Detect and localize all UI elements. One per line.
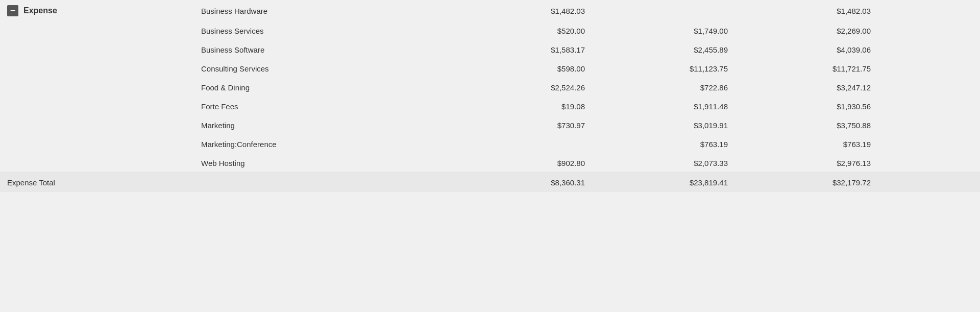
- category-cell: Marketing: [194, 116, 449, 135]
- table-row: Marketing $730.97 $3,019.91 $3,750.88: [0, 116, 980, 135]
- label-spacer: [0, 97, 194, 116]
- table-row: Marketing:Conference $763.19 $763.19: [0, 135, 980, 154]
- label-spacer: [0, 154, 194, 173]
- amount-col3: $3,247.12: [735, 78, 878, 97]
- category-cell: Business Hardware: [194, 0, 449, 21]
- amount-col2: $1,911.48: [592, 97, 735, 116]
- spacer-cell: [878, 21, 980, 40]
- spacer-cell: [878, 0, 980, 21]
- amount-col2: $3,019.91: [592, 116, 735, 135]
- expense-header-row: − Expense Business Hardware $1,482.03 $1…: [0, 0, 980, 21]
- amount-col3: $1,482.03: [735, 0, 878, 21]
- total-row: Expense Total $8,360.31 $23,819.41 $32,1…: [0, 173, 980, 193]
- spacer-cell: [878, 116, 980, 135]
- table-row: Business Services $520.00 $1,749.00 $2,2…: [0, 21, 980, 40]
- table-row: Web Hosting $902.80 $2,073.33 $2,976.13: [0, 154, 980, 173]
- expense-label: − Expense: [0, 0, 194, 21]
- amount-col2: $1,749.00: [592, 21, 735, 40]
- amount-col1: $598.00: [449, 59, 592, 78]
- category-cell: Business Software: [194, 40, 449, 59]
- label-spacer: [0, 78, 194, 97]
- label-spacer: [0, 59, 194, 78]
- spacer-cell: [878, 59, 980, 78]
- amount-col1: $730.97: [449, 116, 592, 135]
- amount-col1: $2,524.26: [449, 78, 592, 97]
- amount-col3: $2,269.00: [735, 21, 878, 40]
- expense-table: − Expense Business Hardware $1,482.03 $1…: [0, 0, 980, 192]
- amount-col1: $1,482.03: [449, 0, 592, 21]
- amount-col1: $1,583.17: [449, 40, 592, 59]
- spacer-cell: [878, 40, 980, 59]
- label-spacer: [0, 116, 194, 135]
- table-container: − Expense Business Hardware $1,482.03 $1…: [0, 0, 980, 312]
- expense-label-text: Expense: [23, 6, 57, 15]
- amount-col3: $3,750.88: [735, 116, 878, 135]
- amount-col1: $902.80: [449, 154, 592, 173]
- category-cell: Forte Fees: [194, 97, 449, 116]
- table-row: Consulting Services $598.00 $11,123.75 $…: [0, 59, 980, 78]
- amount-col2: $2,455.89: [592, 40, 735, 59]
- amount-col2: $11,123.75: [592, 59, 735, 78]
- spacer-cell: [878, 97, 980, 116]
- amount-col3: $763.19: [735, 135, 878, 154]
- amount-col3: $4,039.06: [735, 40, 878, 59]
- amount-col3: $1,930.56: [735, 97, 878, 116]
- spacer-cell: [878, 135, 980, 154]
- spacer-cell: [878, 78, 980, 97]
- total-col3: $32,179.72: [735, 173, 878, 193]
- collapse-icon[interactable]: −: [7, 5, 18, 16]
- table-row: Business Software $1,583.17 $2,455.89 $4…: [0, 40, 980, 59]
- total-label: Expense Total: [0, 173, 449, 193]
- category-cell: Food & Dining: [194, 78, 449, 97]
- label-spacer: [0, 21, 194, 40]
- amount-col1: $19.08: [449, 97, 592, 116]
- spacer-cell: [878, 173, 980, 193]
- amount-col1: $520.00: [449, 21, 592, 40]
- amount-col2: $763.19: [592, 135, 735, 154]
- amount-col3: $11,721.75: [735, 59, 878, 78]
- table-row: Food & Dining $2,524.26 $722.86 $3,247.1…: [0, 78, 980, 97]
- category-cell: Web Hosting: [194, 154, 449, 173]
- total-col1: $8,360.31: [449, 173, 592, 193]
- category-cell: Consulting Services: [194, 59, 449, 78]
- total-col2: $23,819.41: [592, 173, 735, 193]
- amount-col2: [592, 0, 735, 21]
- category-cell: Marketing:Conference: [194, 135, 449, 154]
- amount-col2: $2,073.33: [592, 154, 735, 173]
- amount-col2: $722.86: [592, 78, 735, 97]
- table-row: Forte Fees $19.08 $1,911.48 $1,930.56: [0, 97, 980, 116]
- label-spacer: [0, 135, 194, 154]
- spacer-cell: [878, 154, 980, 173]
- label-spacer: [0, 40, 194, 59]
- amount-col3: $2,976.13: [735, 154, 878, 173]
- amount-col1: [449, 135, 592, 154]
- category-cell: Business Services: [194, 21, 449, 40]
